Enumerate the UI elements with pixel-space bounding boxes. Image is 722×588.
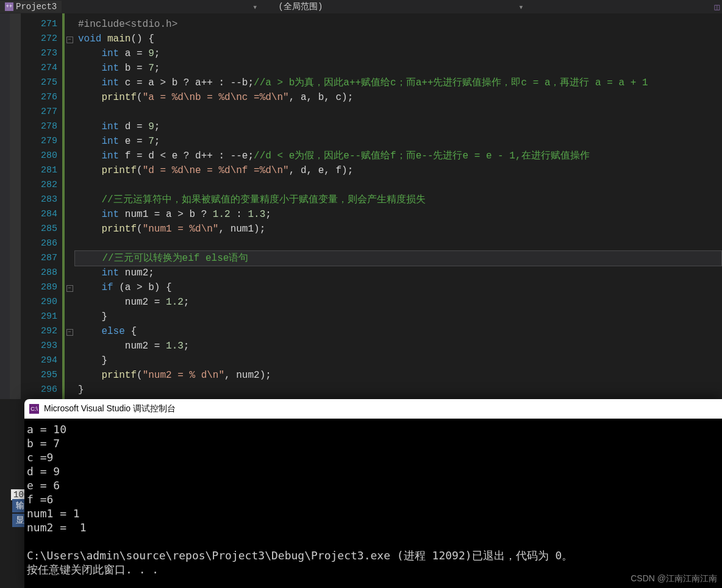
code-line[interactable]: int c = a > b ? a++ : --b;//a > b为真，因此a+… [74,76,722,90]
code-line[interactable]: //三元运算符中，如果被赋值的变量精度小于赋值变量，则会产生精度损失 [74,193,722,207]
code-line[interactable]: int a = 9; [74,46,722,61]
code-line[interactable] [74,236,722,251]
code-line[interactable]: #include<stdio.h> [74,17,722,32]
code-line[interactable]: int b = 7; [74,61,722,76]
console-output[interactable]: a = 10 b = 7 c =9 d = 9 e = 6 f =6 num1 … [24,419,722,580]
code-line[interactable]: num2 = 1.3; [74,339,722,353]
code-line[interactable]: num2 = 1.2; [74,295,722,310]
code-line[interactable]: int f = d < e ? d++ : --e;//d < e为假，因此e-… [74,149,722,163]
scope-arrow[interactable]: ▾ [515,2,527,12]
cpp-icon: ++ [5,2,13,11]
fold-margin[interactable]: − − − [65,13,74,399]
watermark: CSDN @江南江南江南 [631,573,717,584]
code-line[interactable]: int num2; [74,266,722,280]
split-icon[interactable]: ◫ [715,2,720,12]
code-line[interactable]: else { [74,324,722,339]
code-line[interactable]: //三元可以转换为eif else语句 [74,250,722,266]
left-margin [0,13,10,399]
tab-label: Project3 [16,2,57,12]
debug-console: C:\ Microsoft Visual Studio 调试控制台 a = 10… [24,399,722,588]
code-line[interactable]: void main() { [74,32,722,46]
code-line[interactable]: } [74,383,722,397]
code-line[interactable]: printf("a = %d\nb = %d\nc =%d\n", a, b, … [74,90,722,105]
code-line[interactable]: } [74,353,722,368]
code-line[interactable]: if (a > b) { [74,280,722,295]
code-editor[interactable]: 2712722732742752762772782792802812822832… [10,13,722,399]
code-line[interactable]: int d = 9; [74,119,722,134]
scope-dropdown[interactable]: (全局范围) [274,1,328,12]
console-titlebar[interactable]: C:\ Microsoft Visual Studio 调试控制台 [24,399,722,419]
code-line[interactable]: int e = 7; [74,134,722,149]
bookmark-margin [10,13,21,399]
line-numbers: 2712722732742752762772782792802812822832… [21,13,62,399]
top-tab-bar: ++ Project3 ▾ (全局范围) ▾ ◫ [0,0,722,14]
code-area[interactable]: #include<stdio.h>void main() { int a = 9… [74,13,722,399]
code-line[interactable]: } [74,310,722,324]
code-line[interactable] [74,105,722,119]
file-tab[interactable]: ++ Project3 [0,1,62,13]
console-title-text: Microsoft Visual Studio 调试控制台 [44,403,176,414]
code-line[interactable]: printf("d = %d\ne = %d\nf =%d\n", d, e, … [74,163,722,178]
code-line[interactable]: printf("num2 = % d\n", num2); [74,368,722,383]
vs-icon: C:\ [29,404,39,414]
nav-dropdown[interactable]: ▾ [249,2,261,12]
code-line[interactable]: int num1 = a > b ? 1.2 : 1.3; [74,207,722,222]
code-line[interactable] [74,178,722,193]
code-line[interactable]: printf("num1 = %d\n", num1); [74,222,722,236]
